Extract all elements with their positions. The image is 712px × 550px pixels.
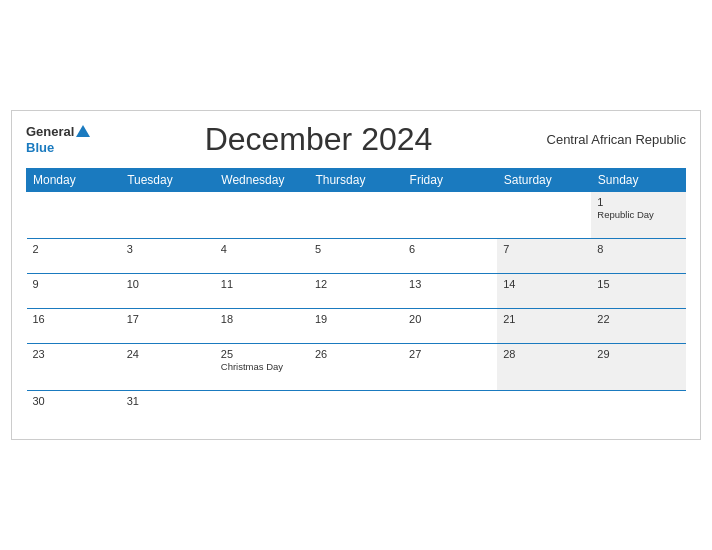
calendar-cell	[497, 192, 591, 239]
calendar-cell: 29	[591, 344, 685, 391]
calendar-cell: 22	[591, 309, 685, 344]
day-number: 11	[221, 278, 303, 290]
logo-blue-text: Blue	[26, 140, 90, 156]
calendar-cell: 1Republic Day	[591, 192, 685, 239]
weekday-header-monday: Monday	[27, 169, 121, 192]
day-number: 6	[409, 243, 491, 255]
calendar-cell: 28	[497, 344, 591, 391]
calendar-cell: 9	[27, 274, 121, 309]
weekday-header-sunday: Sunday	[591, 169, 685, 192]
day-number: 18	[221, 313, 303, 325]
day-number: 2	[33, 243, 115, 255]
day-number: 9	[33, 278, 115, 290]
day-number: 29	[597, 348, 679, 360]
calendar-cell: 27	[403, 344, 497, 391]
calendar-cell	[403, 192, 497, 239]
day-number: 15	[597, 278, 679, 290]
calendar-cell: 23	[27, 344, 121, 391]
calendar-cell: 6	[403, 239, 497, 274]
day-number: 4	[221, 243, 303, 255]
calendar-cell: 5	[309, 239, 403, 274]
calendar-cell: 10	[121, 274, 215, 309]
week-row-4: 16171819202122	[27, 309, 686, 344]
day-number: 27	[409, 348, 491, 360]
calendar-cell: 18	[215, 309, 309, 344]
calendar-cell: 11	[215, 274, 309, 309]
weekday-header-row: MondayTuesdayWednesdayThursdayFridaySatu…	[27, 169, 686, 192]
calendar-cell: 7	[497, 239, 591, 274]
calendar-cell	[403, 391, 497, 426]
calendar-cell	[27, 192, 121, 239]
calendar-country: Central African Republic	[547, 132, 686, 147]
day-number: 16	[33, 313, 115, 325]
day-number: 20	[409, 313, 491, 325]
calendar-cell	[497, 391, 591, 426]
day-number: 31	[127, 395, 209, 407]
weekday-header-wednesday: Wednesday	[215, 169, 309, 192]
calendar-cell	[215, 192, 309, 239]
calendar-cell: 15	[591, 274, 685, 309]
logo: General Blue	[26, 124, 90, 155]
calendar-table: MondayTuesdayWednesdayThursdayFridaySatu…	[26, 168, 686, 425]
calendar-cell: 17	[121, 309, 215, 344]
calendar-event: Christmas Day	[221, 361, 303, 372]
calendar-cell	[309, 192, 403, 239]
week-row-5: 232425Christmas Day26272829	[27, 344, 686, 391]
calendar-cell: 31	[121, 391, 215, 426]
calendar-cell: 21	[497, 309, 591, 344]
day-number: 8	[597, 243, 679, 255]
calendar-cell: 3	[121, 239, 215, 274]
day-number: 7	[503, 243, 585, 255]
day-number: 13	[409, 278, 491, 290]
day-number: 10	[127, 278, 209, 290]
calendar-thead: MondayTuesdayWednesdayThursdayFridaySatu…	[27, 169, 686, 192]
calendar-cell: 25Christmas Day	[215, 344, 309, 391]
day-number: 3	[127, 243, 209, 255]
day-number: 12	[315, 278, 397, 290]
day-number: 26	[315, 348, 397, 360]
calendar-cell: 2	[27, 239, 121, 274]
logo-triangle-icon	[76, 125, 90, 137]
weekday-header-friday: Friday	[403, 169, 497, 192]
day-number: 30	[33, 395, 115, 407]
day-number: 23	[33, 348, 115, 360]
day-number: 14	[503, 278, 585, 290]
calendar-cell: 30	[27, 391, 121, 426]
day-number: 22	[597, 313, 679, 325]
day-number: 1	[597, 196, 679, 208]
calendar-header: General Blue December 2024 Central Afric…	[26, 121, 686, 158]
weekday-header-tuesday: Tuesday	[121, 169, 215, 192]
day-number: 21	[503, 313, 585, 325]
calendar-cell: 20	[403, 309, 497, 344]
week-row-2: 2345678	[27, 239, 686, 274]
week-row-6: 3031	[27, 391, 686, 426]
logo-general-text: General	[26, 124, 74, 140]
calendar-cell: 12	[309, 274, 403, 309]
weekday-header-saturday: Saturday	[497, 169, 591, 192]
week-row-1: 1Republic Day	[27, 192, 686, 239]
calendar-cell: 13	[403, 274, 497, 309]
day-number: 24	[127, 348, 209, 360]
calendar-cell: 8	[591, 239, 685, 274]
calendar-cell	[591, 391, 685, 426]
calendar-cell: 16	[27, 309, 121, 344]
calendar-container: General Blue December 2024 Central Afric…	[11, 110, 701, 440]
day-number: 28	[503, 348, 585, 360]
calendar-cell: 4	[215, 239, 309, 274]
calendar-cell: 26	[309, 344, 403, 391]
weekday-header-thursday: Thursday	[309, 169, 403, 192]
day-number: 5	[315, 243, 397, 255]
day-number: 19	[315, 313, 397, 325]
calendar-body: 1Republic Day234567891011121314151617181…	[27, 192, 686, 426]
calendar-cell	[309, 391, 403, 426]
week-row-3: 9101112131415	[27, 274, 686, 309]
calendar-cell: 19	[309, 309, 403, 344]
calendar-cell: 24	[121, 344, 215, 391]
calendar-cell	[215, 391, 309, 426]
day-number: 25	[221, 348, 303, 360]
calendar-cell	[121, 192, 215, 239]
calendar-cell: 14	[497, 274, 591, 309]
calendar-event: Republic Day	[597, 209, 679, 220]
calendar-title: December 2024	[205, 121, 433, 158]
day-number: 17	[127, 313, 209, 325]
